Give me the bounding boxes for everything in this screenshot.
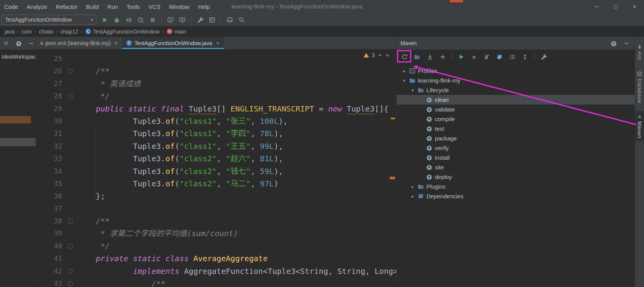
- add-maven-project-button[interactable]: [436, 51, 449, 62]
- settings-wrench-button[interactable]: [194, 14, 206, 25]
- chevron-right-icon[interactable]: ▸: [409, 184, 416, 189]
- fold-marker-icon[interactable]: [68, 69, 73, 73]
- line-number: 38: [36, 215, 64, 227]
- maven-tree-item-compile[interactable]: compile: [397, 114, 635, 124]
- gutter-fold-column: [64, 277, 77, 287]
- menu-analyze[interactable]: Analyze: [22, 3, 51, 10]
- breadcrumb-item-com[interactable]: com: [21, 29, 32, 35]
- breadcrumb-item-main[interactable]: mmain: [166, 29, 187, 35]
- error-stripe-mark[interactable]: [390, 177, 395, 179]
- run-with-coverage-button[interactable]: [123, 14, 135, 25]
- execute-goal-button[interactable]: [455, 51, 468, 62]
- monitor-add-button[interactable]: [176, 14, 188, 25]
- close-tab-icon[interactable]: ×: [115, 40, 118, 46]
- maven-tree-item-test[interactable]: test: [397, 124, 635, 133]
- project-tree-row[interactable]: [0, 138, 36, 146]
- menu-help[interactable]: Help: [194, 3, 214, 10]
- layout-button[interactable]: [224, 14, 236, 25]
- menu-run[interactable]: Run: [103, 3, 122, 10]
- breadcrumb-item-TestAggFunctionOnWindow[interactable]: CTestAggFunctionOnWindow: [85, 29, 161, 35]
- maven-tree-item-install[interactable]: install: [397, 153, 635, 162]
- chevron-right-icon[interactable]: ▸: [401, 68, 408, 74]
- tool-window-button-ant[interactable]: Ant: [635, 41, 644, 63]
- toggle-offline-button[interactable]: [493, 51, 506, 62]
- maven-tree-item-learning-flink-my[interactable]: ▾learning-flink-my: [397, 76, 635, 85]
- code-text: private static class AverageAggregate: [77, 252, 396, 265]
- maven-tree-item-Lifecycle[interactable]: ▾Lifecycle: [397, 85, 635, 95]
- menu-vcs[interactable]: VCS: [144, 3, 165, 10]
- menu-tools[interactable]: Tools: [122, 3, 144, 10]
- fold-marker-icon[interactable]: [68, 219, 73, 223]
- maven-file-icon: m: [40, 40, 43, 46]
- tab-pom.xml (learning-flink-my)[interactable]: mpom.xml (learning-flink-my)×: [36, 37, 122, 49]
- breadcrumb-label: chiato: [39, 29, 53, 35]
- chevron-down-icon[interactable]: ▾: [401, 78, 408, 83]
- fold-marker-icon[interactable]: [68, 282, 73, 286]
- maven-tree-item-validate[interactable]: validate: [397, 105, 635, 114]
- debug-button[interactable]: [111, 14, 123, 25]
- goal-icon: [426, 164, 432, 170]
- stop-button[interactable]: [147, 14, 159, 25]
- search-everywhere-button[interactable]: [236, 14, 248, 25]
- chevron-right-icon[interactable]: ▸: [409, 194, 416, 199]
- monitor-run-button[interactable]: [164, 14, 176, 25]
- fold-marker-icon[interactable]: [68, 244, 73, 248]
- maven-minimize-button[interactable]: [622, 38, 631, 49]
- prev-problem-icon[interactable]: [377, 53, 382, 58]
- inspections-widget[interactable]: 3: [363, 52, 390, 58]
- code-editor[interactable]: 2526 /**27 * 英语成绩28 */29 public static f…: [36, 49, 396, 287]
- close-tab-icon[interactable]: ×: [216, 40, 220, 46]
- maven-settings-button[interactable]: [537, 51, 550, 62]
- close-window-button[interactable]: ×: [625, 0, 644, 13]
- project-tree-row[interactable]: [0, 116, 31, 123]
- run-config-select[interactable]: TestAggFunctionOnWindow ▾: [2, 15, 96, 25]
- maximize-window-button[interactable]: □: [606, 0, 625, 13]
- download-sources-icon: [427, 54, 433, 60]
- fold-marker-icon[interactable]: [68, 269, 73, 273]
- profiler-button[interactable]: [135, 14, 147, 25]
- menu-window[interactable]: Window: [165, 3, 194, 10]
- breadcrumb-item-chiato[interactable]: chiato: [38, 29, 54, 35]
- minimize-button[interactable]: [27, 38, 35, 49]
- settings-wrench-icon: [197, 17, 203, 23]
- menu-code[interactable]: Code: [0, 3, 22, 10]
- maven-tree-item-clean[interactable]: clean: [397, 95, 635, 105]
- download-sources-button[interactable]: [424, 51, 436, 62]
- maven-gear-button[interactable]: [609, 38, 618, 49]
- generate-sources-button[interactable]: [411, 51, 424, 62]
- tab-TestAggFunctionOnWindow.java[interactable]: CTestAggFunctionOnWindow.java×: [122, 37, 223, 49]
- next-problem-icon[interactable]: [385, 53, 390, 58]
- chevron-down-icon[interactable]: ▾: [409, 88, 416, 93]
- fold-marker-icon[interactable]: [68, 94, 73, 98]
- run-icon: [101, 17, 108, 23]
- gutter-fold-column: [64, 65, 77, 77]
- menu-build[interactable]: Build: [82, 3, 103, 10]
- breadcrumb-item-chap12[interactable]: chap12: [60, 29, 79, 35]
- tool-window-button-maven[interactable]: mMaven: [635, 111, 644, 141]
- project-structure-button[interactable]: [206, 14, 218, 25]
- maven-tree-item-Dependencies[interactable]: ▸Dependencies: [397, 191, 635, 201]
- error-stripe-mark[interactable]: [390, 118, 395, 119]
- maven-tree-item-Profiles[interactable]: ▸Profiles: [397, 66, 635, 76]
- maven-tree-item-verify[interactable]: verify: [397, 143, 635, 153]
- code-line-41: 41 private static class AverageAggregate: [36, 252, 396, 265]
- breadcrumb-separator: ›: [162, 29, 164, 34]
- toggle-skip-tests-button[interactable]: [480, 51, 493, 62]
- maven-tree-item-package[interactable]: package: [397, 133, 635, 143]
- menu-refactor[interactable]: Refactor: [51, 3, 82, 10]
- tool-window-button-database[interactable]: Database: [635, 68, 644, 106]
- run-button[interactable]: [99, 14, 111, 25]
- breadcrumb-item-java[interactable]: java: [4, 29, 15, 35]
- show-dependencies-button[interactable]: [506, 51, 519, 62]
- gear-button[interactable]: [14, 38, 23, 49]
- collapse-all-button[interactable]: [519, 51, 531, 62]
- minimize-window-button[interactable]: ─: [587, 0, 606, 13]
- hide-left-button[interactable]: [2, 38, 11, 49]
- maven-item-label: compile: [435, 116, 455, 122]
- maven-tree-item-deploy[interactable]: deploy: [397, 172, 635, 182]
- maven-tree-item-site[interactable]: site: [397, 162, 635, 172]
- maven-tree-item-Plugins[interactable]: ▸Plugins: [397, 182, 635, 191]
- reimport-button[interactable]: [398, 51, 411, 62]
- maven-run-config-button[interactable]: m: [468, 51, 480, 62]
- code-line-40: 40 */: [36, 240, 396, 252]
